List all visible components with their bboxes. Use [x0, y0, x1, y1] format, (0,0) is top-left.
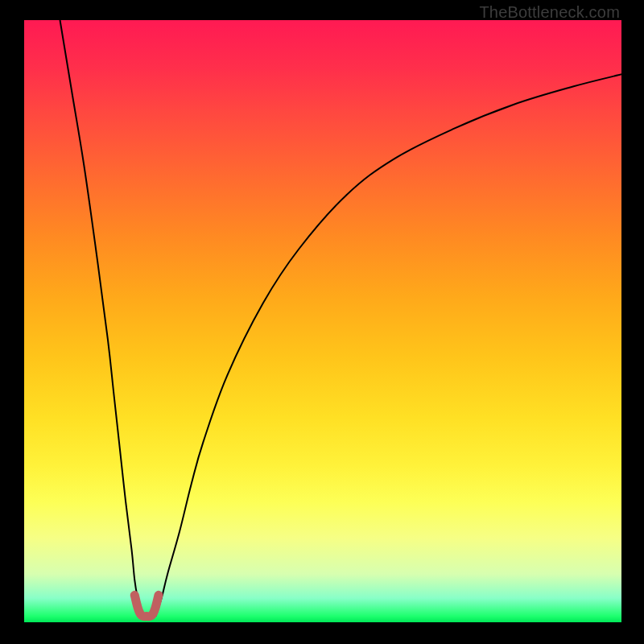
chart-frame: TheBottleneck.com: [0, 0, 644, 644]
series-left-branch: [60, 20, 144, 617]
chart-svg: [24, 20, 621, 622]
plot-area: [24, 20, 621, 622]
watermark-text: TheBottleneck.com: [479, 3, 620, 22]
series-valley-marker: [134, 595, 159, 616]
series-right-branch: [155, 74, 621, 616]
